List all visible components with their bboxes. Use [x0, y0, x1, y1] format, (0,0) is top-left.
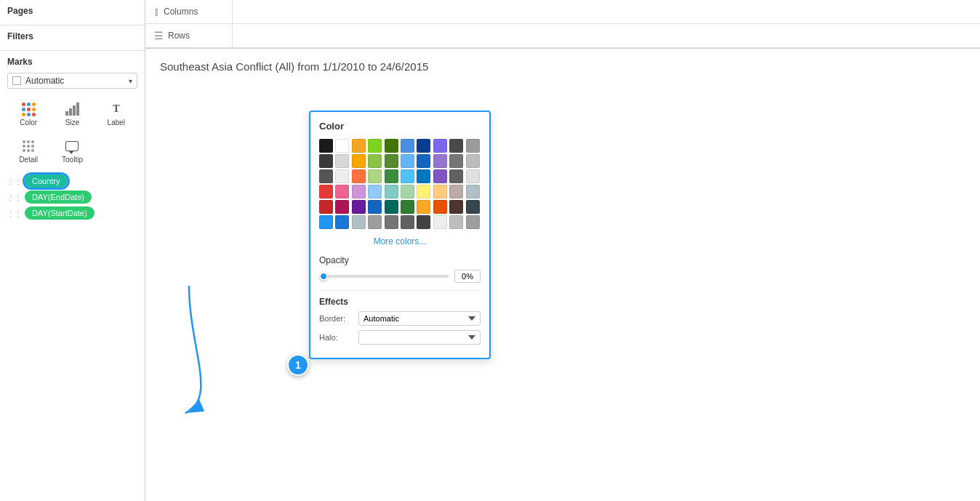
tooltip-label: Tooltip	[62, 156, 83, 164]
startdate-drag-handle[interactable]: ⋮⋮	[7, 209, 22, 217]
opacity-slider-thumb[interactable]	[319, 272, 328, 281]
marks-label-button[interactable]: T Label	[95, 96, 137, 132]
color-swatch[interactable]	[335, 169, 349, 183]
enddate-pill[interactable]: DAY(EndDate)	[25, 191, 92, 204]
color-swatch[interactable]	[466, 139, 480, 153]
color-swatch[interactable]	[319, 169, 333, 183]
color-swatch[interactable]	[449, 215, 463, 229]
border-select[interactable]: Automatic None	[358, 311, 481, 326]
color-swatch[interactable]	[368, 200, 382, 214]
color-swatch[interactable]	[466, 154, 480, 168]
color-swatch[interactable]	[319, 215, 333, 229]
shelf-area: ⫿ Columns ☰ Rows	[145, 0, 980, 49]
color-swatch[interactable]	[335, 200, 349, 214]
color-swatch[interactable]	[433, 139, 447, 153]
color-swatch[interactable]	[368, 185, 382, 199]
marks-type-dropdown[interactable]: Automatic ▾	[7, 73, 137, 89]
color-swatch[interactable]	[449, 154, 463, 168]
color-swatch[interactable]	[433, 215, 447, 229]
color-swatch[interactable]	[401, 154, 414, 168]
rows-shelf-label: ☰ Rows	[145, 24, 233, 47]
color-swatch[interactable]	[433, 169, 447, 183]
color-swatch[interactable]	[466, 185, 480, 199]
color-popup-title: Color	[319, 121, 481, 132]
color-swatch[interactable]	[401, 200, 414, 214]
columns-label-text: Columns	[164, 7, 198, 17]
color-swatch[interactable]	[433, 154, 447, 168]
color-swatch[interactable]	[335, 215, 349, 229]
country-pill[interactable]: Country	[25, 175, 68, 188]
color-swatch[interactable]	[449, 200, 463, 214]
marks-color-button[interactable]: Color	[7, 96, 49, 132]
color-swatch[interactable]	[401, 215, 414, 229]
color-swatch[interactable]	[319, 154, 333, 168]
startdate-pill[interactable]: DAY(StartDate)	[25, 207, 95, 220]
halo-select[interactable]: Automatic	[358, 330, 481, 345]
color-swatch[interactable]	[401, 139, 414, 153]
rows-shelf-row: ☰ Rows	[145, 24, 980, 48]
detail-dots-icon	[20, 138, 36, 154]
color-swatch[interactable]	[385, 139, 398, 153]
color-swatch[interactable]	[417, 139, 430, 153]
enddate-pill-row: ⋮⋮ DAY(EndDate)	[7, 191, 137, 204]
color-swatch[interactable]	[335, 185, 349, 199]
color-swatch[interactable]	[368, 139, 382, 153]
color-swatch[interactable]	[417, 169, 430, 183]
pages-title: Pages	[7, 6, 137, 16]
color-swatch[interactable]	[352, 154, 366, 168]
color-swatch[interactable]	[319, 139, 333, 153]
color-swatch[interactable]	[319, 185, 333, 199]
enddate-drag-handle[interactable]: ⋮⋮	[7, 193, 22, 201]
color-swatch[interactable]	[466, 169, 480, 183]
arrow-overlay	[145, 49, 980, 501]
color-swatch[interactable]	[417, 200, 430, 214]
color-swatch[interactable]	[385, 185, 398, 199]
color-swatch[interactable]	[417, 154, 430, 168]
marks-detail-button[interactable]: Detail	[7, 133, 49, 169]
opacity-value-input[interactable]	[454, 270, 481, 283]
marks-dropdown-checkbox-icon	[12, 76, 21, 85]
color-swatch[interactable]	[352, 215, 366, 229]
opacity-slider[interactable]	[319, 275, 449, 278]
label-text-icon: T	[108, 101, 124, 117]
country-drag-handle[interactable]: ⋮⋮	[7, 177, 22, 185]
color-swatch[interactable]	[433, 200, 447, 214]
marks-tooltip-button[interactable]: Tooltip	[51, 133, 93, 169]
color-swatch[interactable]	[368, 169, 382, 183]
columns-shelf-row: ⫿ Columns	[145, 0, 980, 24]
badge-1: 1	[287, 354, 309, 376]
color-swatch[interactable]	[385, 169, 398, 183]
color-swatch[interactable]	[433, 185, 447, 199]
more-colors-button[interactable]: More colors...	[319, 235, 481, 248]
color-swatch[interactable]	[352, 169, 366, 183]
canvas-area: Southeast Asia Conflict (All) from 1/1/2…	[145, 49, 980, 501]
color-swatch[interactable]	[401, 169, 414, 183]
color-swatch[interactable]	[335, 154, 349, 168]
color-swatch[interactable]	[385, 154, 398, 168]
marks-title: Marks	[7, 57, 137, 67]
color-swatch[interactable]	[368, 154, 382, 168]
canvas-title: Southeast Asia Conflict (All) from 1/1/2…	[160, 60, 965, 73]
color-swatch[interactable]	[449, 139, 463, 153]
label-label: Label	[108, 119, 125, 127]
color-swatch[interactable]	[466, 215, 480, 229]
color-swatch[interactable]	[335, 139, 349, 153]
color-swatch[interactable]	[449, 185, 463, 199]
color-swatch[interactable]	[417, 185, 430, 199]
color-swatch[interactable]	[352, 139, 366, 153]
sidebar: Pages Filters Marks Automatic ▾	[0, 0, 145, 501]
main-area: ⫿ Columns ☰ Rows Southeast Asia Conflict…	[145, 0, 980, 501]
color-swatch[interactable]	[449, 169, 463, 183]
color-swatch[interactable]	[352, 200, 366, 214]
color-swatch[interactable]	[417, 215, 430, 229]
marks-size-button[interactable]: Size	[51, 96, 93, 132]
size-bars-icon	[64, 101, 80, 117]
color-swatch[interactable]	[401, 185, 414, 199]
color-swatch[interactable]	[385, 215, 398, 229]
color-swatch[interactable]	[368, 215, 382, 229]
color-swatch[interactable]	[385, 200, 398, 214]
color-swatch[interactable]	[466, 200, 480, 214]
color-swatch[interactable]	[319, 200, 333, 214]
color-swatch[interactable]	[352, 185, 366, 199]
dropdown-arrow-icon: ▾	[129, 77, 132, 85]
